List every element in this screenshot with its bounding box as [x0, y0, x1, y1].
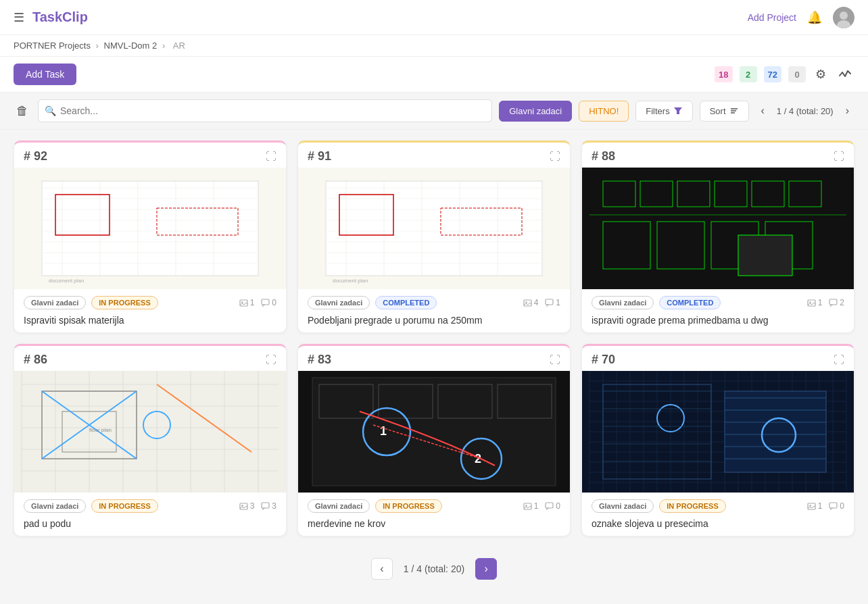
- card-image: document plan: [298, 168, 570, 289]
- card-title: merdevine ne krov: [308, 518, 560, 529]
- card-title: ispraviti ograde prema primedbama u dwg: [592, 315, 844, 326]
- svg-point-95: [525, 505, 527, 506]
- svg-rect-84: [262, 503, 269, 508]
- svg-point-45: [525, 301, 527, 303]
- expand-icon[interactable]: ⛶: [834, 151, 844, 163]
- svg-rect-7: [42, 181, 258, 276]
- add-task-button[interactable]: Add Task: [14, 64, 76, 85]
- tag-status: IN PROGRESS: [659, 499, 725, 513]
- tag-main: Glavni zadaci: [592, 296, 654, 309]
- tag-status: IN PROGRESS: [91, 296, 158, 309]
- footer-prev-button[interactable]: ‹: [371, 558, 393, 580]
- tag-main: Glavni zadaci: [24, 296, 86, 309]
- card-image: document plan: [14, 168, 286, 289]
- card-footer: Glavni zadaci COMPLETED 4 1 Podebljani p…: [298, 289, 570, 332]
- card-footer: Glavni zadaci IN PROGRESS 1 0 Ispraviti …: [14, 289, 286, 332]
- badge-blue: 72: [764, 66, 781, 82]
- card-image: 1 2: [298, 371, 570, 493]
- task-card: # 83 ⛶ 1 2 Glavni zadaci IN PROGRESS: [297, 344, 571, 536]
- svg-rect-50: [715, 181, 747, 207]
- svg-text:document plan: document plan: [49, 278, 84, 284]
- menu-icon[interactable]: ☰: [14, 10, 24, 25]
- trash-icon[interactable]: 🗑: [14, 101, 31, 121]
- badge-green: 2: [740, 66, 757, 82]
- svg-rect-26: [262, 299, 269, 305]
- comment-count: 0: [829, 501, 844, 511]
- svg-point-1: [840, 11, 848, 20]
- expand-icon[interactable]: ⛶: [550, 151, 560, 163]
- svg-rect-146: [829, 503, 837, 508]
- task-card: # 91 ⛶ document plan Glavni zadaci COMPL…: [297, 141, 571, 333]
- card-footer: Glavni zadaci COMPLETED 1 2 ispraviti og…: [582, 289, 854, 332]
- card-footer: Glavni zadaci IN PROGRESS 1 0 merdevine …: [298, 493, 570, 536]
- expand-icon[interactable]: ⛶: [550, 354, 560, 366]
- badge-gray: 0: [788, 66, 806, 82]
- card-id: # 91: [308, 149, 331, 163]
- svg-rect-27: [326, 181, 542, 276]
- breadcrumb-ar: AR: [173, 41, 185, 51]
- card-header: # 86 ⛶: [14, 346, 286, 371]
- settings-button[interactable]: ⚙: [813, 64, 829, 84]
- svg-rect-46: [546, 299, 553, 305]
- task-card: # 88 ⛶ Glavni zadaci COMPLETED 1: [581, 141, 854, 333]
- tag-status: COMPLETED: [659, 296, 721, 309]
- tag-status: COMPLETED: [375, 296, 437, 309]
- image-count: 1: [523, 501, 539, 511]
- cards-grid: # 92 ⛶ document plan Glavni zadaci IN PR…: [0, 130, 868, 547]
- expand-icon[interactable]: ⛶: [266, 354, 276, 366]
- main-tasks-filter[interactable]: Glavni zadaci: [499, 101, 572, 122]
- svg-rect-51: [752, 181, 784, 207]
- tag-main: Glavni zadaci: [592, 499, 654, 513]
- footer-next-button[interactable]: ›: [475, 558, 497, 580]
- activity-button[interactable]: [836, 65, 854, 84]
- card-image: [582, 168, 854, 289]
- task-card: # 70 ⛶ Glavni zadaci IN PROGRESS: [581, 344, 854, 536]
- card-id: # 86: [24, 353, 47, 367]
- filters-button[interactable]: Filters: [635, 101, 692, 122]
- svg-point-60: [809, 301, 811, 303]
- comment-count: 1: [545, 298, 560, 307]
- image-count: 1: [239, 298, 255, 307]
- breadcrumb-portner[interactable]: PORTNER Projects: [14, 41, 91, 51]
- expand-icon[interactable]: ⛶: [834, 354, 844, 366]
- comment-count: 0: [545, 501, 560, 511]
- task-card: # 86 ⛶ floor plan Glavni zadaci IN PROGR…: [14, 344, 287, 536]
- add-project-link[interactable]: Add Project: [748, 12, 796, 23]
- search-wrap: 🔍: [38, 99, 492, 122]
- breadcrumb-nmvl[interactable]: NMVL-Dom 2: [104, 41, 158, 51]
- image-count: 3: [239, 501, 255, 511]
- svg-text:floor plan: floor plan: [89, 427, 112, 433]
- card-id: # 70: [592, 353, 615, 367]
- search-input[interactable]: [38, 99, 492, 122]
- next-page-button[interactable]: ›: [840, 102, 854, 120]
- svg-rect-52: [789, 181, 821, 207]
- card-title: oznake slojeva u presecima: [592, 518, 844, 529]
- svg-rect-57: [738, 235, 792, 276]
- svg-rect-85: [312, 378, 556, 486]
- tag-status: IN PROGRESS: [375, 499, 441, 513]
- card-header: # 92 ⛶: [14, 143, 286, 168]
- top-nav: ☰ TaskClip Add Project 🔔: [0, 0, 868, 35]
- notification-icon[interactable]: 🔔: [807, 10, 822, 25]
- svg-rect-49: [677, 181, 710, 207]
- tag-main: Glavni zadaci: [308, 296, 370, 309]
- card-image: floor plan: [14, 371, 286, 493]
- svg-point-145: [809, 505, 811, 506]
- card-header: # 83 ⛶: [298, 346, 570, 371]
- expand-icon[interactable]: ⛶: [266, 151, 276, 163]
- urgent-filter[interactable]: HITNO!: [579, 101, 629, 122]
- avatar[interactable]: [833, 7, 854, 28]
- image-count: 1: [807, 501, 823, 511]
- footer-pagination: 1 / 4 (total: 20): [404, 563, 464, 574]
- comment-count: 0: [261, 298, 276, 307]
- prev-page-button[interactable]: ‹: [756, 102, 770, 120]
- tag-status: IN PROGRESS: [91, 499, 158, 513]
- card-footer: Glavni zadaci IN PROGRESS 1 0 oznake slo…: [582, 493, 854, 536]
- image-count: 1: [807, 298, 823, 307]
- svg-rect-53: [603, 222, 650, 269]
- svg-marker-3: [674, 107, 682, 114]
- task-card: # 92 ⛶ document plan Glavni zadaci IN PR…: [14, 141, 287, 333]
- sort-button[interactable]: Sort: [700, 101, 749, 122]
- card-header: # 91 ⛶: [298, 143, 570, 168]
- svg-text:1: 1: [380, 424, 387, 438]
